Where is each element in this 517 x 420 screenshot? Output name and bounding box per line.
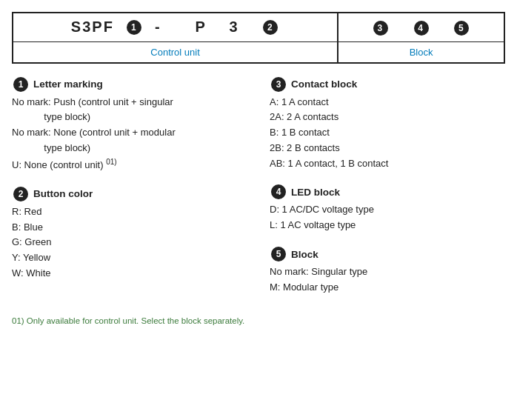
list-item: M: Modular type <box>270 280 505 296</box>
left-column: 1 Letter marking No mark: Push (control … <box>12 77 262 309</box>
list-item: B: 1 B contact <box>270 125 505 141</box>
contact-block-list: A: 1 A contact 2A: 2 A contacts B: 1 B c… <box>270 95 505 172</box>
contact-block-label: Contact block <box>291 79 357 90</box>
led-block-section: 4 LED block D: 1 AC/DC voltage type L: 1… <box>270 184 505 233</box>
letter-marking-label: Letter marking <box>33 79 103 90</box>
model-name: S3PF <box>71 19 114 36</box>
list-item: No mark: Singular type <box>270 264 505 280</box>
list-item: U: None (control unit) 01) <box>12 156 247 173</box>
model-text: S3PF 1 - P 3 2 <box>71 19 279 36</box>
block-list: No mark: Singular type M: Modular type <box>270 264 505 296</box>
circle-led-block: 4 <box>271 184 286 199</box>
list-item: D: 1 AC/DC voltage type <box>270 202 505 218</box>
control-unit-label: Control unit <box>13 41 338 63</box>
model-cell: S3PF 1 - P 3 2 <box>13 13 338 41</box>
circle-contact-block: 3 <box>271 77 286 92</box>
list-item: G: Green <box>12 235 247 250</box>
footer-note: 01) Only available for control unit. Sel… <box>12 316 505 325</box>
block-circles: 3 4 5 <box>372 20 470 37</box>
circle-5: 5 <box>454 21 469 36</box>
list-item: 2A: 2 A contacts <box>270 110 505 125</box>
circle-1: 1 <box>127 20 141 35</box>
list-item: A: 1 A contact <box>270 95 505 110</box>
button-color-list: R: Red B: Blue G: Green Y: Yellow W: Whi… <box>12 204 247 281</box>
button-color-section: 2 Button color R: Red B: Blue G: Green Y… <box>12 187 247 281</box>
right-column: 3 Contact block A: 1 A contact 2A: 2 A c… <box>262 77 505 309</box>
circle-letter-marking: 1 <box>13 77 28 92</box>
list-item: R: Red <box>12 204 247 220</box>
circle-block: 5 <box>271 247 286 261</box>
content-area: 1 Letter marking No mark: Push (control … <box>12 77 505 309</box>
contact-block-section: 3 Contact block A: 1 A contact 2A: 2 A c… <box>270 77 505 172</box>
list-item: L: 1 AC voltage type <box>270 218 505 233</box>
list-item: No mark: Push (control unit + singular t… <box>12 95 247 126</box>
led-block-title: 4 LED block <box>270 184 505 199</box>
circle-4: 4 <box>414 21 429 36</box>
circle-button-color: 2 <box>13 187 28 201</box>
block-section: 5 Block No mark: Singular type M: Modula… <box>270 247 505 296</box>
button-color-title: 2 Button color <box>12 187 247 201</box>
list-item: W: White <box>12 266 247 281</box>
header-table: S3PF 1 - P 3 2 3 4 5 <box>12 12 505 64</box>
list-item: No mark: None (control unit + modular ty… <box>12 125 247 156</box>
circle-3: 3 <box>373 21 388 36</box>
block-cells: 3 4 5 <box>338 13 504 41</box>
block-label: Block <box>291 249 318 260</box>
separator: - <box>155 19 161 36</box>
list-item: B: Blue <box>12 220 247 236</box>
list-item: AB: 1 A contact, 1 B contact <box>270 156 505 172</box>
letter-marking-list: No mark: Push (control unit + singular t… <box>12 95 247 173</box>
block-label: Block <box>338 41 504 63</box>
three-digit: 3 <box>230 19 239 36</box>
contact-block-title: 3 Contact block <box>270 77 505 92</box>
list-item: Y: Yellow <box>12 250 247 266</box>
p-letter: P <box>195 19 206 36</box>
footnote-ref: 01) <box>106 158 116 166</box>
list-item: 2B: 2 B contacts <box>270 141 505 156</box>
block-title: 5 Block <box>270 247 505 261</box>
letter-marking-title: 1 Letter marking <box>12 77 247 92</box>
circle-2: 2 <box>263 20 278 35</box>
led-block-label: LED block <box>291 187 340 198</box>
button-color-label: Button color <box>33 188 93 199</box>
letter-marking-section: 1 Letter marking No mark: Push (control … <box>12 77 247 173</box>
led-block-list: D: 1 AC/DC voltage type L: 1 AC voltage … <box>270 202 505 233</box>
